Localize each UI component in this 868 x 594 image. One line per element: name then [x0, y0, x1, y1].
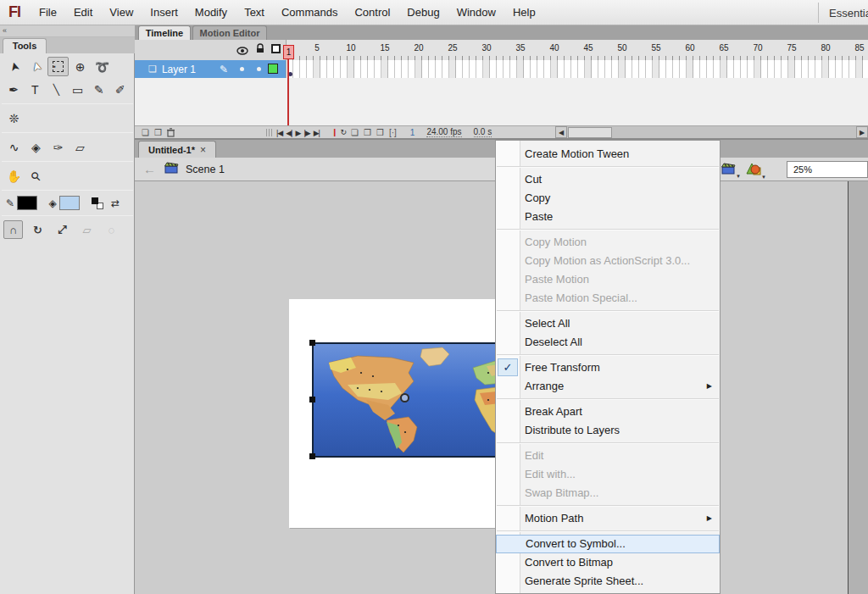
goto-first-frame-button[interactable]: |◀: [276, 129, 282, 137]
3d-rotation-tool[interactable]: ⊕: [70, 57, 91, 76]
menubar-item-insert[interactable]: Insert: [142, 0, 186, 25]
default-colors-icon[interactable]: [92, 197, 103, 209]
eyedropper-tool[interactable]: ✑: [47, 137, 69, 157]
modify-markers-button[interactable]: [·]: [389, 128, 397, 137]
menu-item-paste[interactable]: Paste: [496, 208, 720, 226]
pencil-tool[interactable]: ✎: [89, 80, 109, 99]
tools-panel-tab[interactable]: Tools: [3, 38, 47, 53]
menu-item-create-motion-tween[interactable]: Create Motion Tween: [496, 145, 720, 164]
subselection-tool[interactable]: ➤: [25, 57, 47, 76]
layer-lock-dot[interactable]: [257, 67, 261, 71]
edit-scene-button[interactable]: ▼: [721, 162, 737, 177]
menu-item-distribute-to-layers[interactable]: Distribute to Layers: [496, 421, 720, 440]
menu-item-copy-motion-as-actionscript-3-0[interactable]: Copy Motion as ActionScript 3.0...: [496, 252, 720, 270]
eraser-tool[interactable]: ▱: [70, 137, 91, 157]
menu-item-copy-motion[interactable]: Copy Motion: [496, 233, 720, 252]
line-tool[interactable]: ╲: [46, 80, 66, 99]
edit-symbols-button[interactable]: ▼: [745, 162, 762, 178]
menubar-item-text[interactable]: Text: [236, 0, 273, 25]
menu-item-paste-motion[interactable]: Paste Motion: [496, 270, 720, 289]
snap-to-objects-option[interactable]: ∩: [3, 220, 23, 239]
onion-skin-button[interactable]: ❏: [351, 128, 359, 137]
document-tab[interactable]: Untitled-1* ×: [138, 141, 216, 158]
menu-item-free-transform[interactable]: Free Transform✓: [496, 358, 720, 377]
brush-tool[interactable]: ✐: [110, 80, 131, 99]
frame-strip[interactable]: [287, 60, 868, 78]
timeline-scrollbar[interactable]: ◀ ▶: [555, 125, 868, 138]
layer-outline-color-swatch[interactable]: [268, 64, 278, 74]
tab-timeline[interactable]: Timeline: [138, 25, 191, 40]
hand-tool[interactable]: ✋: [3, 166, 25, 186]
menu-item-edit[interactable]: Edit: [496, 447, 720, 465]
tab-motion-editor[interactable]: Motion Editor: [192, 25, 267, 40]
paint-bucket-tool[interactable]: ◈: [25, 137, 47, 157]
controls-grip[interactable]: [266, 129, 273, 136]
menu-item-arrange[interactable]: Arrange▶: [496, 377, 720, 396]
menubar-item-commands[interactable]: Commands: [273, 0, 346, 25]
deco-tool[interactable]: ❊: [3, 108, 25, 128]
menubar-item-view[interactable]: View: [101, 0, 142, 25]
zoom-tool[interactable]: ⚲: [25, 166, 47, 186]
stroke-color-pencil-icon[interactable]: ✎: [3, 197, 17, 209]
layer-row[interactable]: ❏ Layer 1 ✎: [135, 60, 286, 78]
current-frame-value[interactable]: 1: [410, 128, 415, 137]
pen-tool[interactable]: ✒: [3, 80, 24, 99]
step-back-button[interactable]: ◀|: [286, 129, 292, 137]
fill-color-swatch[interactable]: [59, 196, 80, 210]
swap-colors-icon[interactable]: ⇄: [108, 197, 122, 209]
menu-item-swap-bitmap[interactable]: Swap Bitmap...: [496, 484, 720, 502]
close-document-icon[interactable]: ×: [200, 144, 206, 156]
envelope-option[interactable]: ◌: [102, 220, 121, 239]
outline-layers-icon[interactable]: [271, 44, 281, 53]
transform-center-point[interactable]: [400, 393, 409, 402]
selection-handle-bottom-left[interactable]: [309, 453, 315, 459]
menu-item-paste-motion-special[interactable]: Paste Motion Special...: [496, 289, 720, 308]
menu-item-deselect-all[interactable]: Deselect All: [496, 333, 720, 352]
selection-handle-mid-left[interactable]: [309, 397, 315, 402]
frame-rate-value[interactable]: 24.00 fps: [426, 127, 461, 137]
menubar-item-edit[interactable]: Edit: [65, 0, 101, 25]
workspace-switcher[interactable]: Essential: [829, 0, 868, 25]
fill-color-bucket-icon[interactable]: ◈: [46, 197, 59, 209]
menubar-item-modify[interactable]: Modify: [186, 0, 236, 25]
new-layer-button[interactable]: ❏: [142, 128, 149, 137]
goto-last-frame-button[interactable]: ▶|: [314, 129, 320, 137]
stroke-color-swatch[interactable]: [17, 196, 37, 210]
lock-layers-icon[interactable]: [255, 43, 265, 56]
scene-name[interactable]: Scene 1: [186, 164, 225, 175]
layer-name[interactable]: Layer 1: [162, 64, 196, 75]
back-arrow-icon[interactable]: ←: [143, 162, 156, 176]
delete-layer-button[interactable]: [167, 128, 175, 137]
menubar-item-help[interactable]: Help: [504, 0, 544, 25]
onion-skin-outlines-button[interactable]: ❐: [364, 128, 371, 137]
scroll-right-arrow[interactable]: ▶: [856, 126, 868, 138]
bone-tool[interactable]: ∿: [3, 137, 25, 157]
menubar-item-control[interactable]: Control: [346, 0, 398, 25]
lasso-tool[interactable]: ➰: [92, 57, 113, 76]
selection-tool[interactable]: ➤: [3, 57, 25, 76]
distort-option[interactable]: ▱: [77, 220, 97, 239]
center-frame-button[interactable]: ❙: [331, 128, 337, 136]
play-button[interactable]: ▶: [295, 129, 300, 137]
scroll-left-arrow[interactable]: ◀: [555, 126, 567, 138]
selection-handle-top-left[interactable]: [309, 340, 315, 346]
show-hide-layers-icon[interactable]: [236, 45, 248, 58]
playhead[interactable]: 1: [283, 45, 294, 59]
edit-multiple-frames-button[interactable]: ❒: [376, 128, 384, 137]
menubar-item-window[interactable]: Window: [448, 0, 504, 25]
menu-item-convert-to-symbol[interactable]: Convert to Symbol...: [496, 535, 720, 553]
menu-item-copy[interactable]: Copy: [496, 189, 720, 208]
menubar-item-debug[interactable]: Debug: [398, 0, 448, 25]
rectangle-tool[interactable]: ▭: [68, 80, 88, 99]
menu-item-cut[interactable]: Cut: [496, 170, 720, 189]
rotate-skew-option[interactable]: ↻: [28, 220, 47, 239]
menu-item-motion-path[interactable]: Motion Path▶: [496, 509, 720, 528]
layer-visible-dot[interactable]: [240, 67, 244, 71]
menu-item-edit-with[interactable]: Edit with...: [496, 465, 720, 484]
collapse-panel-icon[interactable]: «: [0, 25, 135, 37]
new-folder-button[interactable]: ❐: [154, 128, 162, 137]
menu-item-generate-sprite-sheet[interactable]: Generate Sprite Sheet...: [496, 572, 720, 591]
text-tool[interactable]: T: [25, 80, 45, 99]
elapsed-time-value[interactable]: 0.0 s: [474, 127, 492, 137]
scrollbar-thumb[interactable]: [568, 127, 612, 138]
